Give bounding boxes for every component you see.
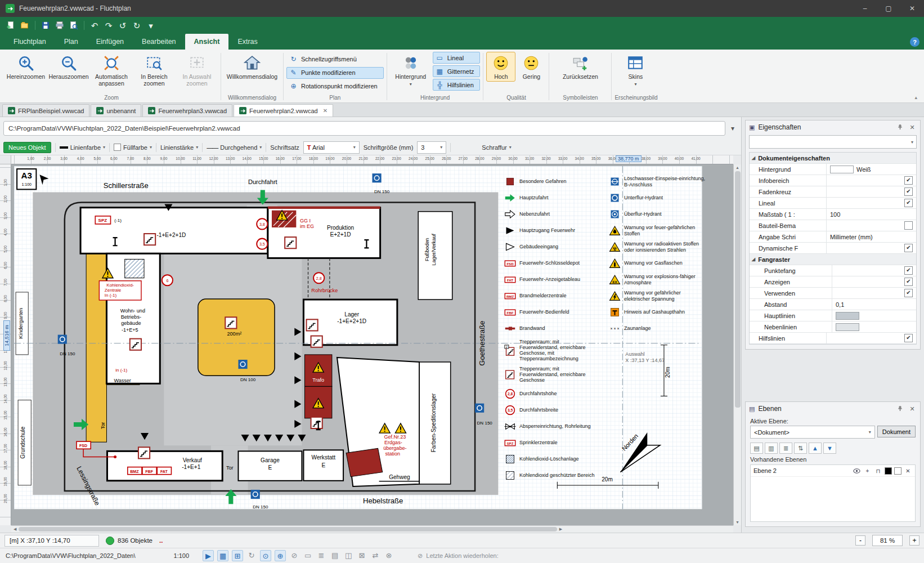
zoom-area-button[interactable]: In Bereich zoomen — [133, 52, 175, 88]
plan-label[interactable]: station — [385, 451, 400, 457]
plan-label[interactable]: Auswahl — [625, 351, 644, 357]
layer-delete-icon[interactable]: ✕ — [904, 468, 912, 474]
plan-label[interactable]: Wasser — [114, 378, 131, 383]
property-row[interactable]: Bauteil-Bema — [750, 220, 916, 231]
print-icon[interactable] — [53, 19, 66, 32]
property-row[interactable]: Verwenden ✔ — [750, 288, 916, 299]
collapse-ribbon-icon[interactable]: ▴ — [914, 95, 917, 100]
font-size-select[interactable]: 3▾ — [417, 141, 446, 154]
legend-item-sprinklerzentrale[interactable]: SPZ Sprinklerzentrale — [504, 437, 596, 449]
reset-toolbars-button[interactable]: Zurücksetzen — [552, 52, 608, 82]
property-checkbox[interactable] — [904, 221, 913, 230]
plan-label[interactable]: 20m — [602, 476, 613, 482]
close-tab-icon[interactable]: ✕ — [323, 108, 328, 114]
legend-item-feuerwehr-bedienfeld[interactable]: FBF Feuerwehr-Bedienfeld — [504, 306, 596, 318]
columns-icon[interactable]: ◫ — [343, 550, 353, 560]
drawing-canvas[interactable]: A31:100SchillerstraßeDurchfahrtGoethestr… — [11, 164, 733, 525]
plan-label[interactable]: Kohlendioxid- — [106, 283, 134, 288]
plan-label[interactable]: Fußboden — [424, 238, 430, 261]
plan-label[interactable]: BMZ — [130, 470, 139, 473]
plan-label[interactable]: im EG — [300, 224, 314, 229]
plan-label[interactable]: gebäude — [121, 320, 141, 326]
layer-line-color-swatch[interactable] — [885, 467, 892, 475]
legend-item-nebenzufahrt[interactable]: Nebenzufahrt — [504, 208, 596, 220]
property-checkbox[interactable]: ✔ — [904, 199, 913, 207]
layer-down-icon[interactable]: ▼ — [823, 443, 836, 454]
legend-item-brandmelderzentrale[interactable]: BMZ Brandmelderzentrale — [504, 290, 596, 302]
zoom-level[interactable]: 81 % — [872, 535, 903, 546]
plan-label[interactable]: Goethestraße — [478, 321, 486, 366]
plan-label[interactable]: -1+E+2+1D — [157, 232, 186, 238]
plan-label[interactable]: 3,5 — [259, 242, 265, 246]
new-object-button[interactable]: Neues Objekt — [3, 142, 51, 153]
delete-object-icon[interactable]: ⊠ — [357, 550, 367, 560]
plan-label[interactable]: Erdgas- — [384, 440, 402, 445]
plan-label[interactable]: Produktion — [327, 225, 354, 231]
plan-label[interactable]: FBF — [145, 470, 153, 473]
status-zoom-out-button[interactable]: - — [855, 535, 865, 546]
ribbon-tab-ansicht[interactable]: Ansicht — [185, 34, 229, 50]
plan-label[interactable]: X :37,13 Y :14,67 — [625, 358, 665, 363]
color-swatch[interactable] — [836, 312, 859, 320]
plan-label[interactable]: Garage — [261, 457, 280, 463]
plan-label[interactable]: FSD — [79, 444, 87, 448]
document-tab[interactable]: FRPlanBeispiel.vwwcad — [2, 104, 89, 117]
duplicate-layer-icon[interactable]: ▥ — [765, 443, 778, 454]
vertical-ruler[interactable]: 14,516 m 1,002,003,004,005,006,007,008,0… — [0, 164, 11, 525]
property-row[interactable]: Fadenkreuz ✔ — [750, 186, 916, 198]
legend-item-treppenraum-bezeichnet[interactable]: 2 Treppenraum; mit Feuerwiderstand, erre… — [504, 339, 596, 361]
zoom-out-button[interactable]: Herauszoomen — [48, 52, 89, 82]
legend-item-unterflur-hydrant[interactable]: Unterflur-Hydrant — [609, 192, 708, 204]
plan-label[interactable]: 3,8 — [259, 222, 265, 226]
line-width-dropdown[interactable]: Linienstärke▾ — [160, 144, 198, 151]
select-tool-icon[interactable]: ▶ — [203, 550, 214, 561]
hatch-dropdown[interactable]: Schraffur▾ — [482, 144, 511, 151]
property-value[interactable]: 100 — [830, 211, 840, 218]
customize-quick-access-icon[interactable]: ▾ — [145, 19, 157, 32]
property-row[interactable]: Punktefang ✔ — [750, 265, 916, 276]
welcome-dialog-button[interactable]: Willkommensdialog — [224, 52, 280, 82]
quality-high-button[interactable]: Hoch — [486, 52, 515, 82]
property-row[interactable]: Nebenlinien — [750, 321, 916, 333]
property-row[interactable]: Lineal ✔ — [750, 198, 916, 209]
property-value[interactable]: 0,1 — [836, 301, 844, 308]
property-value[interactable]: Millimeter (mm) — [830, 234, 873, 240]
plan-label[interactable]: Tor — [226, 465, 234, 471]
plan-label[interactable]: In (-1) — [105, 293, 117, 298]
layer-visibility-icon[interactable] — [853, 467, 861, 475]
ribbon-tab-bearbeiten[interactable]: Bearbeiten — [133, 34, 185, 50]
legend-item-feuerwehr-anzeigetableau[interactable]: FAT Feuerwehr-Anzeigetableau — [504, 274, 596, 285]
redo-icon[interactable]: ↷ — [102, 19, 115, 32]
plan-label[interactable]: Grundschule — [20, 426, 26, 459]
property-checkbox[interactable]: ✔ — [904, 244, 913, 252]
close-panel-icon[interactable]: ✕ — [908, 124, 917, 131]
pin-icon[interactable] — [895, 124, 904, 131]
property-checkbox[interactable]: ✔ — [904, 187, 913, 196]
background-button[interactable]: Hintergrund ▾ — [390, 52, 432, 88]
legend-item-brandwand[interactable]: Brandwand — [504, 323, 596, 334]
legend-item-feuerwehr-schluesseldepot[interactable]: FSD Feuerwehr-Schlüsseldepot — [504, 257, 596, 269]
merge-layers-icon[interactable]: ≣ — [779, 443, 792, 454]
plan-label[interactable]: DN 150 — [253, 504, 268, 510]
color-swatch[interactable] — [830, 166, 854, 173]
plan-label[interactable]: Kindergarten — [17, 308, 24, 339]
layer-fill-color-swatch[interactable] — [894, 467, 901, 475]
legend-item-warnung-feuergefaehrlich[interactable]: Warnung vor feuer-gefährlichen Stoffen — [609, 225, 708, 236]
plan-label[interactable]: Betriebs- — [121, 314, 141, 320]
layer-list-item[interactable]: Ebene 2 + ⊓ ✕ — [751, 465, 915, 477]
plan-label[interactable]: 20m — [665, 367, 671, 378]
property-row[interactable]: Anzeigen ✔ — [750, 276, 916, 288]
ribbon-tab-einfügen[interactable]: Einfügen — [87, 34, 133, 50]
maximize-button[interactable]: ▢ — [877, 0, 900, 17]
toggle-lineal[interactable]: ▭ Lineal — [433, 52, 481, 64]
anchor-icon[interactable]: ⊗ — [384, 550, 394, 560]
plan-label[interactable]: Tor — [100, 422, 106, 430]
property-row[interactable]: Hilfslinien ✔ — [750, 333, 916, 344]
swap-icon[interactable]: ⇄ — [370, 550, 380, 560]
line-color-dropdown[interactable]: Linienfarbe▾ — [60, 144, 105, 151]
ribbon-tab-fluchtplan[interactable]: Fluchtplan — [5, 34, 55, 50]
plan-label[interactable]: E — [321, 462, 325, 468]
plan-label[interactable]: Gehweg — [389, 474, 410, 480]
legend-item-hauptzugang-feuerwehr[interactable]: Hauptzugang Feuerwehr — [504, 225, 596, 236]
legend-item-warnung-elektrisch[interactable]: Warnung vor gefährlicher elektrischer Sp… — [609, 290, 708, 302]
